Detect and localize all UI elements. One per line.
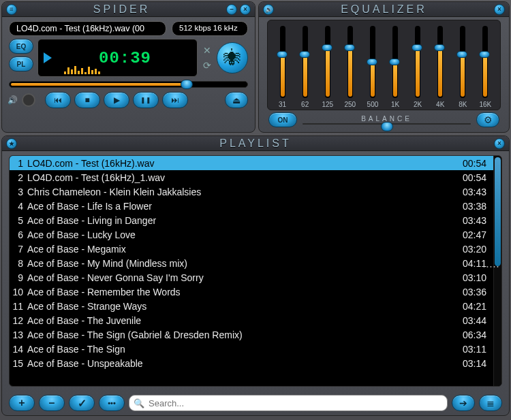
add-track-button[interactable]: +	[9, 395, 35, 411]
track-row[interactable]: 1LO4D.com - Test (16kHz).wav00:54	[10, 156, 493, 170]
eq-slider-125[interactable]	[325, 26, 330, 98]
track-row[interactable]: 7Ace of Base - Megamix03:20	[10, 242, 493, 256]
eq-on-button[interactable]: ON	[268, 112, 297, 127]
eq-preset-button[interactable]: ⚙	[476, 112, 499, 127]
shuffle-button[interactable]: ✕	[203, 45, 211, 56]
timer-display: 00:39	[37, 39, 198, 77]
track-row[interactable]: 6Ace of Base - Lucky Love02:47	[10, 227, 493, 242]
repeat-button[interactable]: ⟳	[203, 60, 211, 71]
track-name: Ace of Base - Lucky Love	[27, 229, 452, 240]
track-name: Ace of Base - My Mind (Mindless mix)	[27, 258, 452, 269]
player-panel: ≡ SPIDER – × LO4D.com - Test (16kHz).wav…	[1, 1, 256, 133]
track-row[interactable]: 3Chris Chameleon - Klein Klein Jakkalsie…	[10, 184, 493, 199]
eq-slider-250[interactable]	[347, 26, 353, 98]
minimize-button[interactable]: –	[226, 4, 237, 15]
track-row[interactable]: 13Ace of Base - The Sign (Gabriel & Dres…	[10, 327, 493, 342]
track-row[interactable]: 15Ace of Base - Unspeakable03:14	[10, 356, 493, 370]
select-track-button[interactable]: ✓	[69, 395, 95, 411]
eq-band-62: 62	[294, 26, 315, 108]
track-name: LO4D.com - Test (16kHz).wav	[27, 158, 452, 169]
search-icon: 🔍	[134, 398, 144, 408]
play-button[interactable]: ▶	[104, 92, 129, 108]
equalizer-panel: 🔊 EQUALIZER × 31621252505001K2K4K8K16K O…	[258, 1, 510, 133]
stop-button[interactable]: ■	[74, 92, 100, 108]
track-duration: 04:21	[452, 301, 486, 312]
eq-slider-500[interactable]	[370, 26, 375, 98]
search-input[interactable]	[147, 398, 443, 409]
plus-icon: +	[18, 397, 25, 409]
eq-speaker-button[interactable]: 🔊	[263, 4, 274, 15]
eq-slider-2K[interactable]	[415, 26, 420, 98]
playlist-title: PLAYLIST	[18, 138, 493, 150]
eq-slider-4K[interactable]	[437, 26, 443, 98]
seek-slider[interactable]	[9, 81, 248, 88]
now-playing-display: LO4D.com - Test (16kHz).wav (00	[9, 21, 166, 36]
eq-band-label: 2K	[414, 101, 422, 108]
menu-button[interactable]: ≡	[6, 4, 17, 15]
search-go-button[interactable]: ➔	[452, 395, 475, 411]
track-row[interactable]: 11Ace of Base - Strange Ways04:21	[10, 299, 493, 313]
stop-icon: ■	[84, 95, 89, 105]
track-row[interactable]: 2LO4D.com - Test (16kHz)_1.wav00:54	[10, 170, 493, 184]
eq-slider-16K[interactable]	[482, 26, 488, 98]
track-duration: 06:34	[452, 329, 486, 340]
pause-icon: ❚❚	[140, 97, 151, 103]
more-actions-button[interactable]: •••	[99, 395, 125, 411]
remove-track-button[interactable]: –	[39, 395, 65, 411]
eq-slider-1K[interactable]	[392, 26, 398, 98]
eq-slider-62[interactable]	[303, 26, 308, 98]
check-icon: ✓	[78, 397, 87, 410]
player-titlebar: ≡ SPIDER – ×	[2, 2, 255, 17]
track-row[interactable]: 8Ace of Base - My Mind (Mindless mix)04:…	[10, 256, 493, 270]
balance-slider[interactable]	[303, 123, 471, 125]
prev-icon: ⏮	[54, 95, 62, 105]
track-row[interactable]: 10Ace of Base - Remember the Words03:36	[10, 285, 493, 299]
track-row[interactable]: 4Ace of Base - Life Is a Flower03:38	[10, 199, 493, 213]
eq-slider-31[interactable]	[280, 26, 285, 98]
playlist-close-button[interactable]: ×	[494, 138, 505, 149]
eq-toggle-button[interactable]: EQ	[9, 39, 33, 54]
track-row[interactable]: 14Ace of Base - The Sign03:11	[10, 342, 493, 356]
visualizer	[64, 65, 100, 74]
playlist-fav-button[interactable]: ★	[6, 138, 17, 149]
track-duration: 03:20	[452, 244, 486, 255]
play-icon: ▶	[114, 95, 120, 105]
next-button[interactable]: ⏭	[162, 92, 188, 108]
track-duration: 03:36	[452, 287, 486, 297]
pause-button[interactable]: ❚❚	[133, 92, 159, 108]
track-number: 3	[11, 187, 27, 197]
track-row[interactable]: 9Ace of Base - Never Gonna Say I'm Sorry…	[10, 270, 493, 285]
eject-button[interactable]: ⏏	[225, 92, 248, 108]
eq-band-label: 250	[344, 101, 356, 108]
track-number: 12	[11, 315, 27, 326]
track-duration: 03:43	[452, 215, 486, 226]
track-name: Chris Chameleon - Klein Klein Jakkalsies	[27, 187, 452, 197]
close-icon: ×	[497, 140, 501, 147]
track-number: 1	[11, 158, 27, 169]
track-number: 9	[11, 272, 27, 283]
eq-close-button[interactable]: ×	[494, 4, 505, 15]
bitrate-display: 512 kbps 16 kHz	[172, 21, 248, 36]
record-button[interactable]	[22, 93, 35, 107]
track-name: Ace of Base - Unspeakable	[27, 358, 452, 369]
pl-toggle-button[interactable]: PL	[9, 56, 33, 71]
list-mode-button[interactable]: ≣	[479, 395, 502, 411]
close-button[interactable]: ×	[240, 4, 251, 15]
player-title: SPIDER	[18, 3, 225, 16]
spider-logo-button[interactable]: 🕷	[217, 42, 248, 74]
volume-icon[interactable]: 🔊	[7, 95, 18, 105]
track-name: Ace of Base - The Sign (Gabriel & Dresde…	[27, 329, 452, 340]
track-number: 7	[11, 244, 27, 255]
prev-button[interactable]: ⏮	[45, 92, 71, 108]
playlist-scrollbar[interactable]: ●●●●●	[493, 156, 501, 386]
eq-band-31: 31	[272, 26, 293, 108]
eq-band-250: 250	[339, 26, 360, 108]
eq-band-label: 8K	[459, 101, 467, 108]
playlist-titlebar: ★ PLAYLIST ×	[2, 136, 509, 151]
eq-slider-8K[interactable]	[460, 26, 465, 98]
track-row[interactable]: 5Ace of Base - Living in Danger03:43	[10, 213, 493, 227]
track-number: 2	[11, 172, 27, 183]
track-name: Ace of Base - Living in Danger	[27, 215, 452, 226]
track-row[interactable]: 12Ace of Base - The Juvenile03:44	[10, 313, 493, 327]
star-icon: ★	[9, 140, 14, 147]
